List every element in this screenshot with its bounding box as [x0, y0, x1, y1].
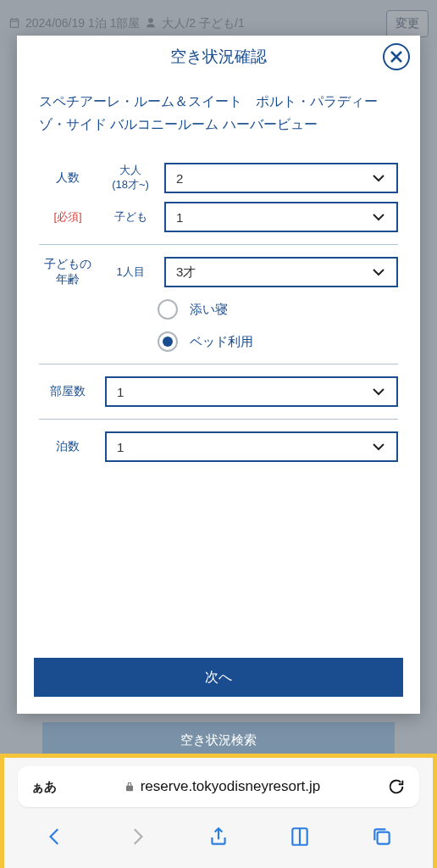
radio-bed-row[interactable]: ベッド利用 [158, 331, 398, 352]
url-display[interactable]: reserve.tokyodisneyresort.jp [64, 778, 380, 795]
room-name: スペチアーレ・ルーム＆スイート ポルト・パラディーゾ・サイド バルコニールーム … [39, 90, 398, 136]
chevron-down-icon [371, 384, 386, 399]
chevron-down-icon [371, 264, 386, 280]
child-age-select[interactable]: 3才 [164, 257, 398, 287]
radio-soi[interactable] [158, 299, 178, 320]
rooms-select[interactable]: 1 [105, 376, 398, 407]
nights-value: 1 [117, 440, 371, 454]
adult-value: 2 [176, 171, 371, 186]
radio-soi-row[interactable]: 添い寝 [158, 299, 398, 320]
chevron-down-icon [371, 170, 386, 186]
close-icon [390, 50, 403, 64]
nights-section: 泊数 1 [39, 420, 398, 474]
text-size-button[interactable]: ぁあ [31, 779, 57, 795]
rooms-section: 部屋数 1 [39, 364, 398, 420]
tabs-button[interactable] [371, 826, 393, 848]
nights-label: 泊数 [39, 439, 97, 454]
child-person-label: 1人目 [105, 265, 156, 280]
lock-icon [124, 781, 136, 793]
required-label: [必須] [39, 209, 97, 225]
adult-label: 大人 (18才~) [105, 164, 156, 192]
safari-bottom-bar: ぁあ reserve.tokyodisneyresort.jp [0, 754, 437, 868]
availability-modal: 空き状況確認 スペチアーレ・ルーム＆スイート ポルト・パラディーゾ・サイド バル… [17, 36, 420, 714]
rooms-label: 部屋数 [39, 384, 97, 399]
nights-select[interactable]: 1 [105, 431, 398, 462]
child-value: 1 [176, 210, 371, 225]
bg-search-button: 空き状況検索 [42, 722, 395, 758]
chevron-down-icon [371, 439, 386, 454]
chevron-down-icon [371, 209, 386, 225]
child-age-value: 3才 [176, 264, 371, 281]
back-button[interactable] [44, 826, 66, 848]
child-age-section: 子どもの 年齢 1人目 3才 添い寝 ベッド利用 [39, 245, 398, 364]
next-button[interactable]: 次へ [34, 658, 403, 697]
child-age-label: 子どもの 年齢 [39, 257, 97, 287]
radio-bed[interactable] [158, 331, 178, 352]
close-button[interactable] [383, 43, 410, 70]
safari-toolbar [4, 815, 433, 858]
radio-bed-label: ベッド利用 [190, 334, 253, 350]
adult-select[interactable]: 2 [164, 163, 398, 193]
child-select[interactable]: 1 [164, 202, 398, 232]
child-label: 子ども [105, 210, 156, 225]
reload-icon[interactable] [387, 777, 406, 796]
guests-label: 人数 [39, 170, 97, 186]
bookmarks-button[interactable] [289, 826, 311, 848]
forward-button [126, 826, 148, 848]
modal-header: 空き状況確認 [17, 36, 420, 78]
url-bar[interactable]: ぁあ reserve.tokyodisneyresort.jp [18, 766, 419, 807]
guests-section: 人数 大人 (18才~) 2 [必須] 子ども 1 [39, 151, 398, 245]
radio-soi-label: 添い寝 [190, 302, 228, 318]
modal-title: 空き状況確認 [170, 46, 267, 68]
rooms-value: 1 [117, 385, 371, 399]
share-button[interactable] [207, 826, 230, 848]
url-text: reserve.tokyodisneyresort.jp [141, 778, 321, 795]
svg-rect-0 [377, 832, 389, 844]
